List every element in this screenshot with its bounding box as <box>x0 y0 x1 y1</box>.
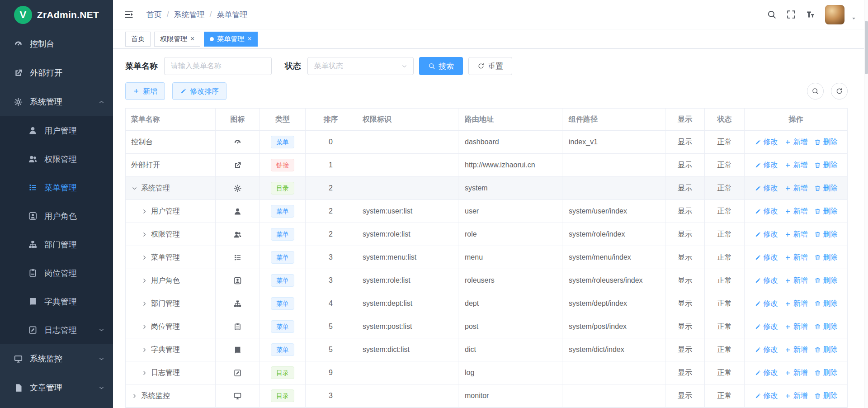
add-link[interactable]: 新增 <box>784 138 808 147</box>
delete-link[interactable]: 删除 <box>814 345 838 355</box>
delete-link[interactable]: 删除 <box>814 276 838 285</box>
delete-link[interactable]: 删除 <box>814 161 838 170</box>
user-avatar[interactable] <box>825 5 844 24</box>
cell-icon <box>216 154 260 176</box>
sidebar-item-user[interactable]: 用户管理 <box>0 116 113 145</box>
sidebar-item-external[interactable]: 外部打开 <box>0 58 113 87</box>
add-link[interactable]: 新增 <box>784 207 808 216</box>
table-row[interactable]: 系统管理目录2system显示正常修改新增删除 <box>126 177 847 200</box>
logo[interactable]: V ZrAdmin.NET <box>0 0 113 29</box>
close-icon[interactable]: × <box>247 35 251 43</box>
table-row[interactable]: 字典管理菜单5system:dict:listdictsystem/dict/i… <box>126 338 847 361</box>
edit-link[interactable]: 修改 <box>755 184 778 193</box>
delete-link[interactable]: 删除 <box>814 391 838 401</box>
edit-link[interactable]: 修改 <box>755 138 778 147</box>
sidebar-item-dashboard[interactable]: 控制台 <box>0 29 113 58</box>
tab-role[interactable]: 权限管理× <box>154 32 200 47</box>
edit-link[interactable]: 修改 <box>755 368 778 378</box>
edit-link[interactable]: 修改 <box>755 299 778 308</box>
caret-right-icon[interactable] <box>141 254 148 261</box>
add-link[interactable]: 新增 <box>784 253 808 262</box>
add-button[interactable]: 新增 <box>125 82 165 100</box>
table-row[interactable]: 用户管理菜单2system:user:listusersystem/user/i… <box>126 200 847 223</box>
caret-right-icon[interactable] <box>141 323 148 330</box>
hamburger-icon[interactable] <box>124 9 134 19</box>
add-link[interactable]: 新增 <box>784 299 808 308</box>
sidebar-item-roleusers[interactable]: 用户角色 <box>0 202 113 230</box>
delete-link[interactable]: 删除 <box>814 184 838 193</box>
edit-link[interactable]: 修改 <box>755 230 778 239</box>
sidebar-item-dept[interactable]: 部门管理 <box>0 230 113 259</box>
delete-link[interactable]: 删除 <box>814 253 838 262</box>
breadcrumb-item[interactable]: 首页 <box>146 9 162 20</box>
delete-link[interactable]: 删除 <box>814 299 838 308</box>
caret-right-icon[interactable] <box>141 370 148 376</box>
sidebar-item-log[interactable]: 日志管理 <box>0 316 113 344</box>
add-link[interactable]: 新增 <box>784 230 808 239</box>
caret-right-icon[interactable] <box>141 346 148 353</box>
sidebar-item-post[interactable]: 岗位管理 <box>0 259 113 287</box>
breadcrumb-item[interactable]: 系统管理 <box>174 9 205 20</box>
caret-down-icon[interactable] <box>131 185 138 192</box>
plus-icon <box>784 323 791 330</box>
table-row[interactable]: 岗位管理菜单5system:post:listpostsystem/post/i… <box>126 315 847 338</box>
sidebar-item-monitor[interactable]: 系统监控 <box>0 344 113 373</box>
caret-right-icon[interactable] <box>141 277 148 284</box>
status-select[interactable]: 菜单状态 <box>307 57 414 75</box>
sidebar-item-role[interactable]: 权限管理 <box>0 145 113 173</box>
add-link[interactable]: 新增 <box>784 322 808 332</box>
add-link[interactable]: 新增 <box>784 391 808 401</box>
tab-menu[interactable]: 菜单管理× <box>204 32 257 47</box>
delete-link[interactable]: 删除 <box>814 322 838 332</box>
table-row[interactable]: 用户角色菜单3system:role:listroleuserssystem/r… <box>126 269 847 292</box>
edit-link[interactable]: 修改 <box>755 345 778 355</box>
edit-link[interactable]: 修改 <box>755 276 778 285</box>
close-icon[interactable]: × <box>190 35 194 43</box>
table-row[interactable]: 部门管理菜单4system:dept:listdeptsystem/dept/i… <box>126 292 847 315</box>
table-search-button[interactable] <box>807 83 824 100</box>
sidebar-item-menu[interactable]: 菜单管理 <box>0 173 113 202</box>
table-row[interactable]: 菜单管理菜单3system:menu:listmenusystem/menu/i… <box>126 246 847 269</box>
font-size-icon[interactable] <box>806 9 816 19</box>
plus-icon <box>133 88 140 95</box>
add-link[interactable]: 新增 <box>784 184 808 193</box>
sort-button[interactable]: 修改排序 <box>172 82 226 100</box>
sidebar-item-dict[interactable]: 字典管理 <box>0 287 113 316</box>
table-row[interactable]: 控制台菜单0dashboardindex_v1显示正常修改新增删除 <box>126 131 847 154</box>
caret-right-icon[interactable] <box>141 231 148 238</box>
edit-link[interactable]: 修改 <box>755 207 778 216</box>
breadcrumb-item[interactable]: 菜单管理 <box>217 9 247 20</box>
search-button[interactable]: 搜索 <box>419 57 463 75</box>
caret-right-icon[interactable] <box>141 208 148 215</box>
table-row[interactable]: 权限管理菜单2system:role:listrolesystem/role/i… <box>126 223 847 246</box>
edit-link[interactable]: 修改 <box>755 322 778 332</box>
add-link[interactable]: 新增 <box>784 345 808 355</box>
add-link[interactable]: 新增 <box>784 368 808 378</box>
scrollbar-thumb[interactable] <box>865 21 868 74</box>
delete-link[interactable]: 删除 <box>814 368 838 378</box>
edit-link[interactable]: 修改 <box>755 161 778 170</box>
caret-down-icon[interactable] <box>850 15 857 22</box>
tab-home[interactable]: 首页 <box>125 32 151 47</box>
delete-link[interactable]: 删除 <box>814 207 838 216</box>
add-link[interactable]: 新增 <box>784 161 808 170</box>
caret-right-icon[interactable] <box>141 300 148 307</box>
fullscreen-icon[interactable] <box>786 9 796 19</box>
add-link[interactable]: 新增 <box>784 276 808 285</box>
search-icon[interactable] <box>767 9 777 19</box>
edit-link[interactable]: 修改 <box>755 391 778 401</box>
delete-link[interactable]: 删除 <box>814 230 838 239</box>
cell-icon <box>216 177 260 199</box>
table-row[interactable]: 外部打开链接1http://www.izhaorui.cn显示正常修改新增删除 <box>126 154 847 177</box>
sidebar-item-system[interactable]: 系统管理 <box>0 87 113 116</box>
cell-status: 正常 <box>705 223 745 246</box>
table-refresh-button[interactable] <box>831 83 848 100</box>
sidebar-item-article[interactable]: 文章管理 <box>0 373 113 402</box>
caret-right-icon[interactable] <box>131 393 138 399</box>
reset-button[interactable]: 重置 <box>468 57 512 75</box>
menu-name-input[interactable] <box>164 57 272 75</box>
table-row[interactable]: 系统监控目录3monitor显示正常修改新增删除 <box>126 384 847 408</box>
delete-link[interactable]: 删除 <box>814 138 838 147</box>
table-row[interactable]: 日志管理目录9log显示正常修改新增删除 <box>126 361 847 384</box>
edit-link[interactable]: 修改 <box>755 253 778 262</box>
